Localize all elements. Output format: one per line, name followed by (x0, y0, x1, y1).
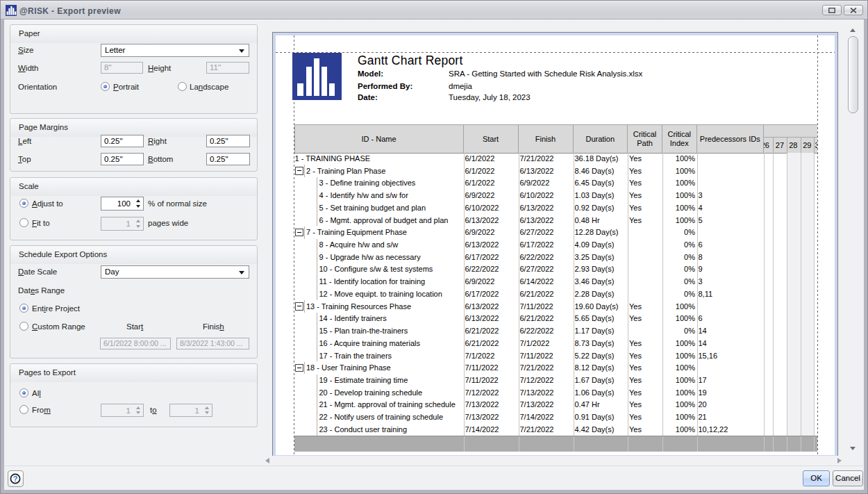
svg-text:?: ? (13, 475, 18, 483)
